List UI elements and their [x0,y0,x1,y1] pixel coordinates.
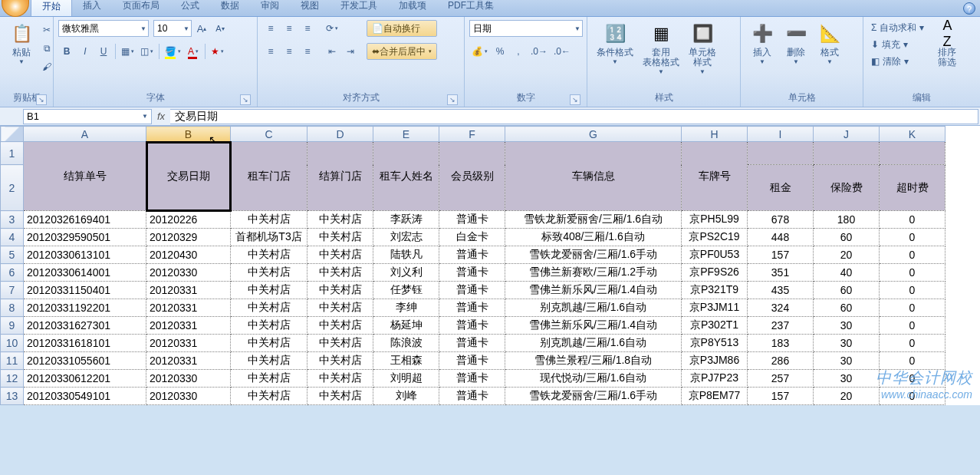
data-cell[interactable]: 435 [748,282,814,299]
data-cell[interactable]: 20120331055601 [24,352,146,370]
row-header[interactable]: 13 [1,388,24,405]
data-cell[interactable]: 20120330 [146,388,231,405]
data-cell[interactable]: 普通卡 [439,370,505,388]
formula-input[interactable]: 交易日期 [170,109,978,124]
header-cell[interactable]: 车辆信息 [505,142,682,211]
fill-color-button[interactable]: 🪣▾ [163,43,183,60]
data-cell[interactable]: 286 [748,352,814,370]
data-cell[interactable]: 20120330612201 [24,370,146,388]
data-cell[interactable]: 20120331 [146,282,231,299]
data-cell[interactable]: 0 [880,317,945,335]
data-cell[interactable]: 普通卡 [439,246,505,264]
data-cell[interactable]: 雪铁龙新爱丽舍/三厢/1.6自动 [505,211,682,229]
data-cell[interactable]: 20120331 [146,352,231,370]
data-cell[interactable]: 中关村店 [307,388,373,405]
border-button[interactable]: ▦▾ [119,43,136,60]
column-header-D[interactable]: D [307,127,373,142]
data-cell[interactable]: 20120331618101 [24,335,146,352]
header-cell[interactable]: 租车人姓名 [373,142,439,211]
data-cell[interactable]: 中关村店 [307,335,373,352]
data-cell[interactable]: 别克凯越/三厢/1.6自动 [505,299,682,317]
comma-button[interactable]: , [510,43,527,60]
data-cell[interactable]: 京PS2C19 [682,229,748,246]
column-header-A[interactable]: A [24,127,146,142]
underline-button[interactable]: U [95,43,112,60]
row-header[interactable]: 5 [1,246,24,264]
data-cell[interactable]: 京P3JM11 [682,299,748,317]
align-right-button[interactable]: ≡ [299,43,316,60]
data-cell[interactable]: 20120329590501 [24,229,146,246]
data-cell[interactable]: 刘峰 [373,388,439,405]
data-cell[interactable]: 雪佛兰新赛欧/三厢/1.2手动 [505,264,682,282]
data-cell[interactable]: 30 [814,317,880,335]
data-cell[interactable]: 中关村店 [307,282,373,299]
insert-cells-button[interactable]: ➕ 插入 ▼ [745,20,779,67]
row-header[interactable]: 6 [1,264,24,282]
data-cell[interactable]: 0 [880,246,945,264]
column-header-C[interactable]: C [231,127,307,142]
data-cell[interactable]: 雪佛兰景程/三厢/1.8自动 [505,352,682,370]
data-cell[interactable]: 中关村店 [307,317,373,335]
data-cell[interactable]: 20120330 [146,264,231,282]
column-header-I[interactable]: I [748,127,814,142]
cell-styles-button[interactable]: 🔲 单元格 样式 ▼ [684,20,721,77]
header-cell[interactable] [748,142,814,165]
data-cell[interactable]: 普通卡 [439,317,505,335]
border-style-button[interactable]: ◫▾ [138,43,156,60]
wrap-text-button[interactable]: 📄 自动换行 [367,20,437,37]
row-header[interactable]: 4 [1,229,24,246]
format-as-table-button[interactable]: ▦ 套用 表格格式 ▼ [638,20,684,77]
data-cell[interactable]: 中关村店 [231,388,307,405]
data-cell[interactable]: 20120330549101 [24,388,146,405]
data-cell[interactable]: 0 [880,370,945,388]
data-cell[interactable]: 普通卡 [439,211,505,229]
tab-公式[interactable]: 公式 [170,0,210,16]
data-cell[interactable]: 20120331192201 [24,299,146,317]
data-cell[interactable]: 20120330 [146,370,231,388]
number-format-combo[interactable]: ▼ [469,20,583,37]
data-cell[interactable]: 中关村店 [307,211,373,229]
row-header[interactable]: 7 [1,282,24,299]
data-cell[interactable]: 京P8Y513 [682,335,748,352]
cut-button[interactable]: ✂ [38,21,55,38]
data-cell[interactable]: 157 [748,246,814,264]
tab-加载项[interactable]: 加载项 [388,0,437,16]
row-header[interactable]: 9 [1,317,24,335]
header-cell[interactable]: 租车门店 [231,142,307,211]
data-cell[interactable]: 678 [748,211,814,229]
row-header[interactable]: 8 [1,299,24,317]
font-name-combo[interactable]: ▼ [58,20,149,37]
font-color-button[interactable]: A▾ [185,43,202,60]
column-header-H[interactable]: H [682,127,748,142]
data-cell[interactable]: 普通卡 [439,352,505,370]
data-cell[interactable]: 183 [748,335,814,352]
data-cell[interactable]: 白金卡 [439,229,505,246]
format-painter-button[interactable]: 🖌 [38,58,55,75]
copy-button[interactable]: ⧉ [38,40,55,57]
decrease-decimal-button[interactable]: .0← [551,43,573,60]
fill-button[interactable]: ⬇填充 ▾ [868,37,927,52]
header-cell[interactable] [880,142,945,165]
data-cell[interactable]: 中关村店 [231,299,307,317]
data-cell[interactable]: 京PF0U53 [682,246,748,264]
autosum-button[interactable]: Σ自动求和 ▾ [868,20,927,35]
data-cell[interactable]: 中关村店 [231,370,307,388]
row-header[interactable]: 2 [1,165,24,211]
tab-页面布局[interactable]: 页面布局 [112,0,170,16]
data-cell[interactable]: 京P3JM86 [682,352,748,370]
data-cell[interactable]: 60 [814,299,880,317]
data-cell[interactable]: 257 [748,370,814,388]
header-cell[interactable]: 结算门店 [307,142,373,211]
column-header-F[interactable]: F [439,127,505,142]
data-cell[interactable]: 刘义利 [373,264,439,282]
data-cell[interactable]: 中关村店 [307,370,373,388]
column-header-B[interactable]: B [146,127,231,142]
data-cell[interactable]: 20120331627301 [24,317,146,335]
data-cell[interactable]: 普通卡 [439,299,505,317]
data-cell[interactable]: 20 [814,246,880,264]
tab-视图[interactable]: 视图 [290,0,330,16]
data-cell[interactable]: 20120331 [146,317,231,335]
data-cell[interactable]: 20120330613101 [24,246,146,264]
data-cell[interactable]: 陆轶凡 [373,246,439,264]
data-cell[interactable]: 30 [814,370,880,388]
